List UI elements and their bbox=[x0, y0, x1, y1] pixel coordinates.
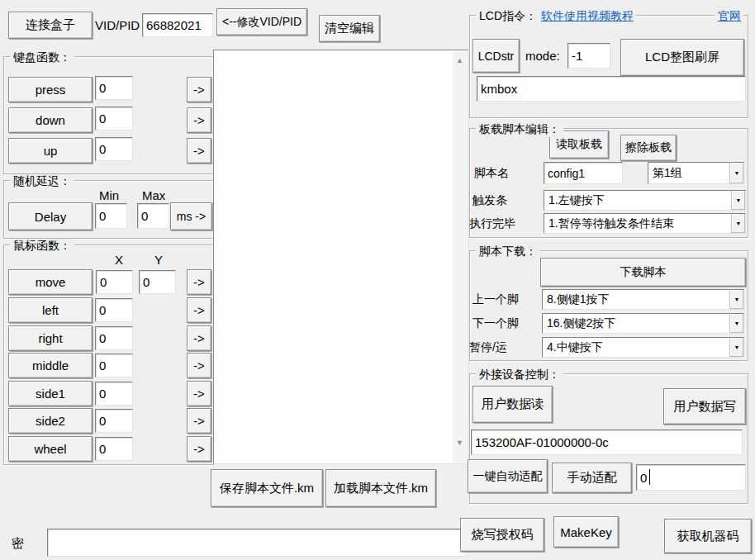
script-editor[interactable]: ▲ ▼ bbox=[213, 50, 468, 464]
external-group-title: 外接设备控制： bbox=[476, 368, 563, 382]
onboard-group-title: 板载脚本编辑： bbox=[476, 122, 563, 137]
save-script-file-button[interactable]: 保存脚本文件.km bbox=[211, 469, 323, 507]
device-id-input[interactable] bbox=[471, 429, 743, 455]
editor-scrollbar[interactable]: ▲ ▼ bbox=[453, 51, 467, 463]
keyboard-group-title: 键盘函数： bbox=[10, 50, 74, 65]
next-script-select-value: 16.侧键2按下 bbox=[543, 316, 729, 332]
burn-license-button[interactable]: 烧写授权码 bbox=[460, 518, 544, 552]
left-button[interactable]: left bbox=[8, 297, 93, 323]
down-button[interactable]: down bbox=[8, 107, 93, 133]
wheel-button[interactable]: wheel bbox=[8, 436, 93, 462]
mouse-x-label: X bbox=[115, 253, 123, 267]
on-finish-select-value: 1.暂停等待触发条件结束 bbox=[544, 216, 731, 232]
official-site-link[interactable]: 官网 bbox=[715, 9, 743, 24]
pause-run-select[interactable]: 4.中键按下 ▼ bbox=[542, 337, 744, 358]
download-group-title: 脚本下载： bbox=[476, 244, 540, 259]
middle-value-input[interactable] bbox=[95, 354, 133, 377]
lcd-full-refresh-button[interactable]: LCD整图刷屏 bbox=[620, 39, 744, 76]
right-button[interactable]: right bbox=[8, 325, 93, 351]
min-label: Min bbox=[99, 188, 119, 202]
script-group-select-value: 第1组 bbox=[648, 165, 729, 182]
press-button[interactable]: press bbox=[8, 77, 93, 102]
video-tutorial-link[interactable]: 软件使用视频教程 bbox=[539, 9, 636, 24]
delay-button[interactable]: Delay bbox=[8, 202, 93, 230]
left-value-input[interactable] bbox=[95, 298, 133, 322]
up-button[interactable]: up bbox=[8, 138, 93, 164]
down-value-input[interactable] bbox=[95, 107, 133, 131]
pause-run-select-value: 4.中键按下 bbox=[543, 339, 729, 356]
manual-adapt-button[interactable]: 手动适配 bbox=[552, 463, 632, 493]
chevron-down-icon[interactable]: ▼ bbox=[729, 163, 743, 183]
max-label: Max bbox=[142, 188, 165, 202]
load-script-file-button[interactable]: 加载脚本文件.km bbox=[325, 469, 436, 507]
up-value-input[interactable] bbox=[95, 137, 133, 161]
chevron-down-icon[interactable]: ▼ bbox=[731, 214, 745, 233]
erase-onboard-button[interactable]: 擦除板载 bbox=[620, 135, 677, 161]
side1-button[interactable]: side1 bbox=[8, 381, 93, 406]
make-key-button[interactable]: MakeKey bbox=[553, 516, 619, 548]
adapt-value-input[interactable] bbox=[636, 464, 746, 491]
side1-value-input[interactable] bbox=[95, 382, 133, 406]
text-caret bbox=[649, 469, 650, 485]
middle-send-button[interactable]: -> bbox=[187, 353, 211, 378]
user-data-write-button[interactable]: 用户数据写 bbox=[663, 388, 746, 425]
download-script-button[interactable]: 下载脚本 bbox=[540, 258, 746, 287]
delay-max-input[interactable] bbox=[137, 203, 169, 229]
up-send-button[interactable]: -> bbox=[187, 138, 211, 164]
right-send-button[interactable]: -> bbox=[187, 325, 211, 351]
next-script-select[interactable]: 16.侧键2按下 ▼ bbox=[542, 313, 744, 334]
script-group-select[interactable]: 第1组 ▼ bbox=[648, 162, 744, 184]
lcd-text-input[interactable] bbox=[477, 76, 746, 102]
get-machine-code-button[interactable]: 获取机器码 bbox=[664, 519, 752, 553]
move-y-input[interactable] bbox=[139, 270, 176, 294]
password-label: 密 bbox=[12, 536, 24, 552]
script-name-input[interactable] bbox=[544, 162, 623, 184]
modify-vid-pid-button[interactable]: <--修改VID/PID bbox=[216, 8, 307, 36]
wheel-value-input[interactable] bbox=[95, 437, 133, 461]
on-finish-label: 执行完毕 bbox=[469, 216, 515, 231]
scroll-up-icon[interactable]: ▲ bbox=[453, 54, 467, 67]
side2-value-input[interactable] bbox=[95, 409, 133, 433]
trigger-condition-select-value: 1.左键按下 bbox=[544, 192, 731, 209]
delay-group-title: 随机延迟： bbox=[10, 174, 74, 189]
move-x-input[interactable] bbox=[96, 270, 133, 294]
delay-send-button[interactable]: ms -> bbox=[170, 202, 212, 230]
vid-pid-label: VID/PID bbox=[95, 18, 140, 32]
move-send-button[interactable]: -> bbox=[187, 269, 211, 295]
middle-button[interactable]: middle bbox=[8, 353, 93, 378]
mode-label: mode: bbox=[525, 49, 560, 63]
press-send-button[interactable]: -> bbox=[187, 77, 211, 102]
next-script-label: 下一个脚 bbox=[472, 316, 519, 331]
trigger-condition-label: 触发条 bbox=[472, 193, 507, 208]
move-button[interactable]: move bbox=[8, 269, 93, 295]
mouse-y-label: Y bbox=[154, 253, 163, 267]
lcdstr-button[interactable]: LCDstr bbox=[472, 39, 520, 73]
delay-min-input[interactable] bbox=[95, 203, 127, 229]
trigger-condition-select[interactable]: 1.左键按下 ▼ bbox=[544, 190, 746, 211]
prev-script-label: 上一个脚 bbox=[472, 292, 519, 307]
clear-editor-button[interactable]: 清空编辑 bbox=[319, 15, 380, 42]
auto-adapt-button[interactable]: 一键自动适配 bbox=[468, 459, 548, 493]
left-send-button[interactable]: -> bbox=[187, 297, 211, 323]
pause-run-label: 暂停/运 bbox=[469, 340, 507, 355]
chevron-down-icon[interactable]: ▼ bbox=[729, 338, 743, 357]
on-finish-select[interactable]: 1.暂停等待触发条件结束 ▼ bbox=[544, 213, 746, 234]
chevron-down-icon[interactable]: ▼ bbox=[729, 314, 743, 333]
scroll-down-icon[interactable]: ▼ bbox=[453, 436, 467, 449]
down-send-button[interactable]: -> bbox=[187, 107, 211, 133]
wheel-send-button[interactable]: -> bbox=[187, 436, 211, 462]
mode-input[interactable] bbox=[567, 43, 610, 69]
side2-send-button[interactable]: -> bbox=[187, 408, 211, 434]
chevron-down-icon[interactable]: ▼ bbox=[731, 191, 745, 210]
prev-script-select[interactable]: 8.侧键1按下 ▼ bbox=[542, 289, 744, 310]
vid-pid-input[interactable] bbox=[142, 13, 213, 37]
press-value-input[interactable] bbox=[95, 76, 133, 100]
password-input[interactable] bbox=[47, 529, 466, 557]
user-data-read-button[interactable]: 用户数据读 bbox=[472, 386, 553, 423]
connect-box-button[interactable]: 连接盒子 bbox=[8, 12, 93, 39]
side2-button[interactable]: side2 bbox=[8, 408, 93, 434]
chevron-down-icon[interactable]: ▼ bbox=[729, 290, 743, 309]
mouse-group-title: 鼠标函数： bbox=[10, 239, 74, 254]
side1-send-button[interactable]: -> bbox=[187, 381, 211, 406]
right-value-input[interactable] bbox=[95, 326, 133, 350]
